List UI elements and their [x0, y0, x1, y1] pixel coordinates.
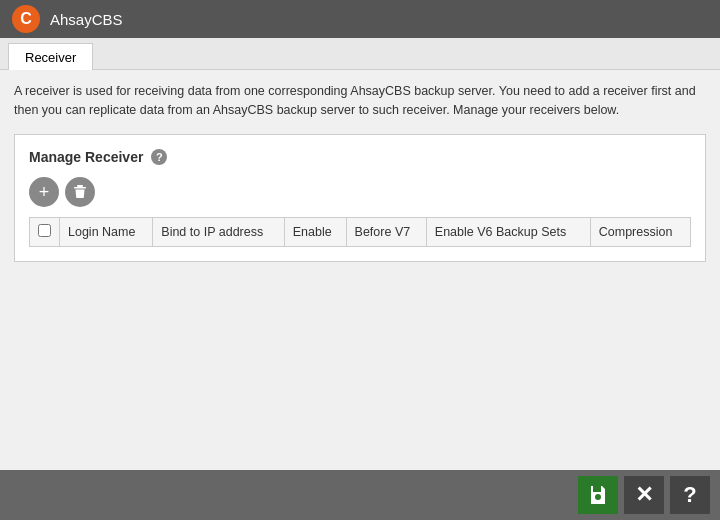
header-checkbox-cell: [30, 217, 60, 246]
manage-receiver-header: Manage Receiver ?: [29, 149, 691, 165]
save-icon: [586, 483, 610, 507]
svg-rect-0: [77, 185, 83, 187]
save-button[interactable]: [578, 476, 618, 514]
trash-icon: [72, 184, 88, 200]
main-content: A receiver is used for receiving data fr…: [0, 70, 720, 470]
header-enable: Enable: [284, 217, 346, 246]
help-button[interactable]: ?: [670, 476, 710, 514]
toolbar: +: [29, 177, 691, 207]
description-text: A receiver is used for receiving data fr…: [14, 82, 706, 120]
logo-letter: C: [20, 10, 32, 28]
question-icon: ?: [683, 482, 696, 508]
manage-receiver-title: Manage Receiver: [29, 149, 143, 165]
close-icon: ✕: [635, 482, 653, 508]
header-enable-v6: Enable V6 Backup Sets: [426, 217, 590, 246]
header-before-v7: Before V7: [346, 217, 426, 246]
tab-receiver[interactable]: Receiver: [8, 43, 93, 70]
add-button[interactable]: +: [29, 177, 59, 207]
help-icon[interactable]: ?: [151, 149, 167, 165]
bottom-bar: ✕ ?: [0, 470, 720, 520]
header-compression: Compression: [590, 217, 690, 246]
tab-bar: Receiver: [0, 38, 720, 70]
table-header-row: Login Name Bind to IP address Enable Bef…: [30, 217, 691, 246]
delete-button[interactable]: [65, 177, 95, 207]
svg-rect-1: [74, 187, 86, 189]
top-bar: C AhsayCBS: [0, 0, 720, 38]
header-bind-to-ip: Bind to IP address: [153, 217, 284, 246]
manage-receiver-panel: Manage Receiver ? + Login Name: [14, 134, 706, 262]
app-title: AhsayCBS: [50, 11, 123, 28]
header-login-name: Login Name: [60, 217, 153, 246]
receiver-table: Login Name Bind to IP address Enable Bef…: [29, 217, 691, 247]
select-all-checkbox[interactable]: [38, 224, 51, 237]
app-logo: C: [12, 5, 40, 33]
close-button[interactable]: ✕: [624, 476, 664, 514]
